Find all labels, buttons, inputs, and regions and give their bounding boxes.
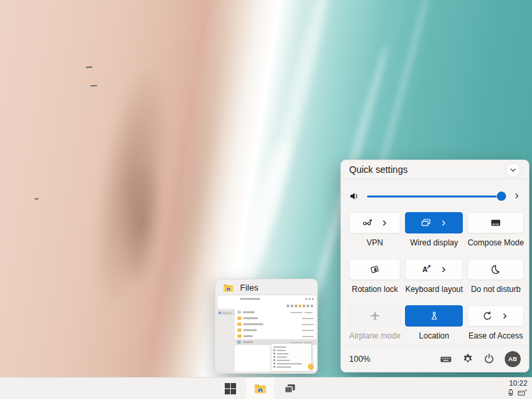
volume-slider-thumb[interactable] bbox=[497, 192, 506, 201]
quick-settings-header: Quick settings bbox=[341, 160, 529, 180]
thumbnail-toolbar bbox=[217, 303, 317, 309]
chevron-right-icon[interactable] bbox=[440, 266, 448, 273]
display-icon bbox=[420, 217, 432, 228]
vpn-icon bbox=[362, 217, 372, 228]
quick-settings-grid: VPN Wired display bbox=[349, 212, 521, 352]
do-not-disturb-button[interactable] bbox=[467, 259, 524, 280]
bird bbox=[90, 85, 97, 87]
keyboard-icon bbox=[440, 354, 452, 364]
taskbar-tray-area[interactable]: 10:22 bbox=[507, 378, 527, 396]
location-icon bbox=[429, 311, 440, 321]
tile-label: Ease of Access bbox=[468, 331, 523, 340]
wave-foam bbox=[248, 0, 334, 264]
chevron-right-icon[interactable] bbox=[501, 313, 509, 320]
taskbar-files-button[interactable] bbox=[246, 378, 274, 399]
sand-streak bbox=[80, 57, 182, 316]
keyboard-layout-button[interactable]: A bbox=[405, 259, 463, 280]
gear-icon bbox=[462, 353, 473, 364]
keyboard-tray-icon[interactable] bbox=[517, 388, 527, 396]
tile-label: Airplane mode bbox=[349, 331, 400, 340]
tile-label: Wired display bbox=[410, 238, 458, 247]
tile-wired-display: Wired display bbox=[405, 212, 463, 259]
tile-label: Keyboard layout bbox=[405, 285, 463, 294]
bird bbox=[79, 87, 84, 89]
taskbar: 10:22 bbox=[0, 377, 532, 399]
thumbnail-fab bbox=[308, 364, 314, 370]
speaker-icon bbox=[349, 191, 360, 201]
rotation-lock-button[interactable] bbox=[349, 259, 400, 280]
ease-of-access-icon bbox=[482, 311, 493, 321]
moon-icon bbox=[490, 264, 501, 275]
thumbnail-row bbox=[235, 321, 317, 327]
keyboard-layout-icon: A bbox=[421, 264, 432, 275]
volume-expand-button[interactable] bbox=[513, 192, 521, 200]
taskbar-center bbox=[216, 378, 304, 399]
power-icon bbox=[483, 353, 495, 364]
compose-icon bbox=[490, 217, 501, 228]
volume-slider-track[interactable] bbox=[367, 196, 507, 198]
thumbnail-sidebar bbox=[217, 309, 235, 372]
tile-label: Compose Mode bbox=[467, 238, 524, 247]
wired-display-button[interactable] bbox=[405, 212, 463, 233]
battery-percent-label: 100% bbox=[349, 354, 370, 364]
chevron-right-icon[interactable] bbox=[381, 219, 388, 227]
thumbnail-row bbox=[235, 315, 317, 321]
thumbnail-row bbox=[235, 309, 317, 315]
desktop: Quick settings bbox=[0, 0, 532, 399]
quick-settings-panel: Quick settings bbox=[340, 160, 529, 372]
battery-icon[interactable] bbox=[507, 388, 514, 396]
tile-label: Rotation lock bbox=[352, 285, 398, 294]
bird bbox=[86, 66, 92, 68]
tray-icons bbox=[507, 388, 527, 396]
volume-row bbox=[341, 180, 529, 212]
volume-slider[interactable] bbox=[367, 192, 507, 201]
thumbnail-titlebar bbox=[217, 295, 317, 303]
avatar-initials: AB bbox=[508, 356, 517, 362]
preview-title: Files bbox=[240, 283, 258, 293]
settings-button[interactable] bbox=[462, 353, 473, 364]
start-icon bbox=[224, 382, 237, 395]
volume-slider-fill bbox=[367, 196, 501, 198]
tile-do-not-disturb: Do not disturb bbox=[467, 259, 524, 305]
ease-of-access-button[interactable] bbox=[467, 305, 524, 327]
collapse-button[interactable] bbox=[505, 162, 521, 178]
sand-streak bbox=[116, 151, 170, 294]
start-button[interactable] bbox=[216, 378, 244, 399]
svg-text:A: A bbox=[422, 265, 428, 273]
thumbnail-body bbox=[217, 309, 317, 372]
power-button[interactable] bbox=[483, 353, 495, 364]
clock[interactable]: 10:22 bbox=[507, 378, 527, 388]
quick-settings-title: Quick settings bbox=[349, 164, 408, 175]
thumbnail-row bbox=[235, 333, 317, 339]
footer-icons: AB bbox=[440, 351, 521, 367]
tile-vpn: VPN bbox=[349, 212, 400, 259]
compose-mode-button[interactable] bbox=[467, 212, 524, 233]
quick-settings-footer: 100% bbox=[341, 345, 529, 372]
chevron-down-icon bbox=[509, 166, 517, 174]
tile-keyboard-layout: A Keyboard layout bbox=[405, 259, 463, 305]
bird bbox=[76, 68, 81, 70]
airplane-mode-button[interactable] bbox=[349, 305, 400, 327]
keyboard-button[interactable] bbox=[440, 354, 452, 364]
airplane-icon bbox=[370, 311, 380, 321]
files-app-icon bbox=[253, 382, 267, 394]
files-app-icon bbox=[223, 283, 234, 293]
bird bbox=[35, 198, 39, 200]
files-window-thumbnail bbox=[217, 295, 317, 372]
files-window-preview[interactable]: Files bbox=[215, 279, 318, 374]
tile-compose-mode: Compose Mode bbox=[467, 212, 524, 259]
vpn-button[interactable] bbox=[349, 212, 400, 233]
tile-label: Do not disturb bbox=[471, 285, 521, 294]
thumbnail-row bbox=[235, 327, 317, 333]
window-switcher-button[interactable] bbox=[276, 378, 304, 399]
tile-label: Location bbox=[419, 331, 449, 340]
location-button[interactable] bbox=[405, 305, 463, 327]
tile-label: VPN bbox=[366, 238, 383, 247]
chevron-right-icon[interactable] bbox=[440, 219, 448, 227]
preview-header: Files bbox=[215, 279, 317, 295]
rotation-lock-icon bbox=[370, 264, 380, 275]
thumbnail-file-list bbox=[235, 309, 317, 372]
window-switcher-icon bbox=[283, 383, 297, 394]
avatar[interactable]: AB bbox=[505, 351, 521, 367]
thumbnail-context-menu bbox=[271, 343, 312, 372]
